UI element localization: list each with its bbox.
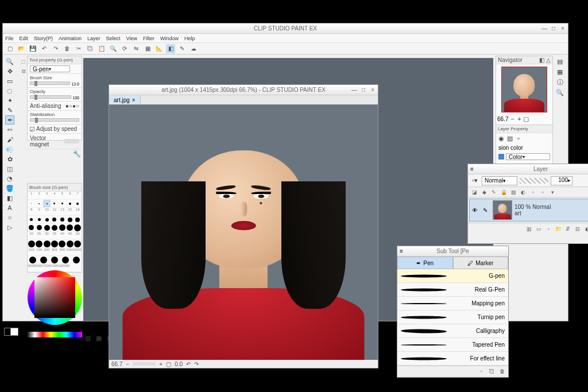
menu-select[interactable]: Select	[106, 36, 121, 41]
quickaccess-icon[interactable]: ▤	[555, 57, 564, 66]
vector-slider[interactable]	[64, 139, 79, 143]
opacity-slider[interactable]	[30, 95, 71, 99]
expression-color-swatch[interactable]	[498, 154, 504, 160]
2pane-icon[interactable]: ▥	[525, 225, 533, 233]
brush-15[interactable]	[66, 216, 74, 223]
status-zoom[interactable]: 66.7	[111, 361, 122, 367]
undo-icon[interactable]: ↶	[40, 44, 49, 53]
bg-color[interactable]	[10, 328, 18, 336]
layer-property-header[interactable]: Layer Property	[496, 125, 552, 133]
gradient-icon[interactable]: ◧	[5, 193, 14, 203]
material-icon[interactable]: ▦	[555, 67, 564, 76]
nav-tabs[interactable]: ◧ △	[539, 57, 551, 63]
layer-row[interactable]: 👁 ✎ 100 % Normal art	[469, 199, 588, 222]
brush-18[interactable]	[74, 216, 82, 223]
subtool-mapping[interactable]: Mapping pen	[397, 297, 508, 311]
canvas-minimize-icon[interactable]: —	[350, 86, 358, 94]
pen-tool-icon[interactable]: ✒	[5, 115, 14, 125]
flip-icon[interactable]: ⇋	[131, 44, 141, 53]
panel-btn-2[interactable]: ▦	[94, 333, 103, 343]
brush-12[interactable]	[51, 216, 58, 223]
panel-btn-1[interactable]: ▥	[83, 333, 92, 343]
clip-icon[interactable]: ◪	[470, 188, 478, 196]
stabilization-slider[interactable]	[30, 118, 79, 122]
brush-6[interactable]	[66, 200, 74, 207]
wand-tool-icon[interactable]: ✦	[5, 96, 14, 105]
brush-4[interactable]	[51, 200, 58, 207]
palette-color-icon[interactable]: ▫▾	[470, 176, 479, 185]
brush-20[interactable]	[28, 224, 35, 231]
brush-45[interactable]	[66, 224, 74, 231]
brush-3[interactable]	[43, 200, 51, 207]
ruler-tool-icon[interactable]: ▷	[5, 223, 14, 232]
rotate-icon[interactable]: ⟳	[120, 44, 129, 53]
eyedropper-icon[interactable]: ✎	[5, 106, 14, 115]
brush-30[interactable]	[43, 224, 51, 231]
brush-20000[interactable]	[71, 256, 82, 263]
brush-25[interactable]	[35, 224, 42, 231]
status-rot-right-icon[interactable]: ↷	[194, 361, 199, 367]
brush-1[interactable]	[28, 200, 35, 207]
tone-icon[interactable]: ▨	[506, 135, 513, 142]
new-icon[interactable]: ▢	[5, 44, 14, 53]
subtool-effect[interactable]: For effect line	[397, 352, 508, 366]
tab-close-icon[interactable]: ×	[132, 97, 136, 103]
brush-2000[interactable]	[74, 240, 82, 247]
canvas-tab[interactable]: art.jpg×	[109, 96, 141, 104]
brush-200[interactable]	[43, 240, 51, 247]
brush-5[interactable]	[59, 200, 66, 207]
close-icon[interactable]: ×	[559, 24, 567, 32]
link-icon[interactable]: ▫	[539, 188, 547, 196]
search-icon[interactable]: 🔍	[555, 88, 564, 97]
color-label-icon[interactable]: ▾	[548, 188, 556, 196]
shape-tool-icon[interactable]: ○	[5, 213, 14, 222]
assets-icon[interactable]: ✎	[177, 44, 187, 53]
layer-name[interactable]: art	[514, 210, 551, 216]
brush-500[interactable]	[59, 240, 66, 247]
fit-icon[interactable]: ▢	[523, 116, 529, 122]
snap-icon[interactable]: ◧	[166, 44, 175, 53]
timeline-icon[interactable]: ▭	[535, 225, 543, 233]
maximize-icon[interactable]: □	[550, 24, 558, 32]
subtool-tapered[interactable]: Tapered Pen	[397, 338, 508, 352]
decoration-icon[interactable]: ✿	[5, 154, 14, 164]
fg-bg-swatches[interactable]	[4, 324, 24, 337]
new-folder-icon[interactable]: 📁	[554, 225, 562, 233]
zoom-slider[interactable]	[133, 362, 156, 366]
subtool-menu-icon[interactable]: ≡	[400, 248, 403, 254]
info-icon[interactable]: ⓘ	[555, 77, 564, 87]
copy-icon[interactable]: ⿻	[86, 44, 95, 53]
brush-10[interactable]	[43, 216, 51, 223]
brush-3000[interactable]	[28, 256, 38, 263]
menu-view[interactable]: View	[126, 36, 137, 41]
adjust-checkbox[interactable]	[30, 127, 34, 131]
duplicate-subtool-icon[interactable]: ⿻	[488, 367, 496, 375]
grid-icon[interactable]: ▦	[143, 44, 152, 53]
text-tool-icon[interactable]: A	[5, 203, 14, 212]
brush-7[interactable]	[74, 200, 82, 207]
menu-story[interactable]: Story(P)	[34, 36, 53, 41]
draft-icon[interactable]: ✎	[490, 188, 498, 196]
status-rot-left-icon[interactable]: ↶	[186, 361, 191, 367]
select-tool-icon[interactable]: ▭	[5, 76, 14, 86]
brush-13[interactable]	[59, 216, 66, 223]
brush-5000[interactable]	[38, 256, 49, 263]
cut-icon[interactable]: ✂	[74, 44, 83, 53]
subtool-turnip[interactable]: Turnip pen	[397, 311, 508, 324]
cloud-icon[interactable]: ☁	[189, 44, 198, 53]
brush-size-slider[interactable]	[30, 81, 70, 85]
lock-alpha-icon[interactable]: ▨	[509, 188, 517, 196]
ruler-vis-icon[interactable]: ▫	[529, 188, 537, 196]
tool-property-header[interactable]: Tool property (G-pen)	[28, 56, 82, 64]
brush-40[interactable]	[59, 224, 66, 231]
lasso-tool-icon[interactable]: ◌	[5, 86, 14, 95]
menu-file[interactable]: File	[5, 36, 14, 41]
airbrush-icon[interactable]: 💨	[5, 145, 14, 154]
main-titlebar[interactable]: CLIP STUDIO PAINT EX — □ ×	[3, 24, 568, 34]
brush-35[interactable]	[51, 224, 58, 231]
zoom-tool-icon[interactable]: 🔍	[5, 57, 14, 66]
move-tool-icon[interactable]: ✥	[5, 67, 14, 76]
fill-icon[interactable]: 🪣	[5, 184, 14, 193]
transfer-icon[interactable]: ⇵	[564, 225, 572, 233]
canvas-titlebar[interactable]: art.jpg (1004 x 1415px 300dpi 66.7%) - C…	[109, 85, 378, 95]
